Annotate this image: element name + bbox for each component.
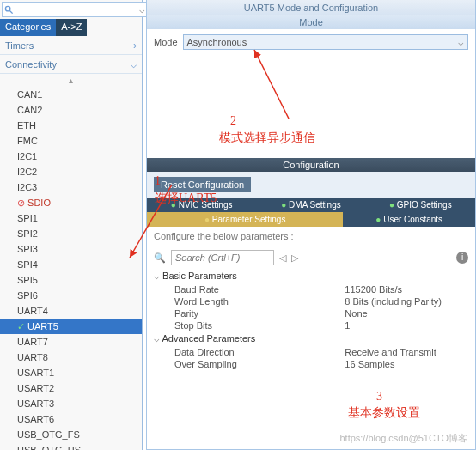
section-connectivity[interactable]: Connectivity⌵ — [0, 55, 142, 74]
mode-value: Asynchronous — [187, 37, 247, 47]
periph-spi3[interactable]: SPI3 — [0, 241, 142, 257]
periph-spi5[interactable]: SPI5 — [0, 272, 142, 288]
group-basic[interactable]: Basic Parameters — [154, 269, 468, 283]
periph-uart7[interactable]: UART7 — [0, 334, 142, 350]
search-input[interactable] — [15, 4, 137, 15]
periph-can1[interactable]: CAN1 — [0, 87, 142, 102]
section-timers[interactable]: Timers› — [0, 36, 142, 55]
periph-otghs[interactable]: USB_OTG_HS — [0, 442, 142, 450]
periph-fmc[interactable]: FMC — [0, 133, 142, 149]
periph-uart5[interactable]: UART5 — [0, 319, 142, 334]
search-icon[interactable]: 🔍 — [154, 252, 166, 264]
pin-icon: ▴ — [0, 74, 142, 87]
config-label: Configure the below parameters : — [147, 227, 475, 246]
param-stop[interactable]: Stop Bits1 — [154, 319, 468, 331]
param-parity[interactable]: ParityNone — [154, 307, 468, 319]
tab-nvic[interactable]: NVIC Settings — [147, 198, 256, 212]
param-filter-input[interactable] — [171, 250, 274, 265]
chevron-down-icon: ⌵ — [131, 58, 137, 70]
panel-title: UART5 Mode and Configuration — [147, 0, 475, 15]
periph-spi4[interactable]: SPI4 — [0, 257, 142, 272]
svg-point-0 — [5, 6, 10, 11]
info-icon[interactable]: i — [456, 252, 468, 264]
periph-sdio[interactable]: SDIO — [0, 195, 142, 210]
periph-spi1[interactable]: SPI1 — [0, 210, 142, 226]
periph-usart3[interactable]: USART3 — [0, 396, 142, 411]
periph-i2c1[interactable]: I2C1 — [0, 149, 142, 164]
periph-uart4[interactable]: UART4 — [0, 303, 142, 319]
param-oversampling[interactable]: Over Sampling16 Samples — [154, 358, 468, 370]
reset-config-button[interactable]: Reset Configuration — [154, 177, 251, 192]
periph-otgfs[interactable]: USB_OTG_FS — [0, 427, 142, 442]
periph-i2c3[interactable]: I2C3 — [0, 179, 142, 195]
periph-spi2[interactable]: SPI2 — [0, 226, 142, 241]
periph-uart8[interactable]: UART8 — [0, 350, 142, 365]
mode-select[interactable]: Asynchronous ⌵ — [183, 34, 468, 50]
peripheral-list: CAN1 CAN2 ETH FMC I2C1 I2C2 I2C3 SDIO SP… — [0, 87, 142, 450]
collapse-icon[interactable]: ◁ — [279, 252, 286, 264]
tab-user-constants[interactable]: User Constants — [343, 212, 475, 227]
tab-dma[interactable]: DMA Settings — [256, 198, 365, 212]
param-direction[interactable]: Data DirectionReceive and Transmit — [154, 346, 468, 358]
tab-categories[interactable]: Categories — [0, 19, 56, 36]
search-box: ⌵ — [2, 2, 149, 17]
param-word[interactable]: Word Length8 Bits (including Parity) — [154, 295, 468, 307]
watermark: https://blog.csdn@51CTO博客 — [339, 432, 467, 445]
periph-eth[interactable]: ETH — [0, 118, 142, 133]
tab-parameter[interactable]: Parameter Settings — [147, 212, 343, 227]
tab-gpio[interactable]: GPIO Settings — [366, 198, 475, 212]
tab-az[interactable]: A->Z — [56, 19, 87, 36]
periph-spi6[interactable]: SPI6 — [0, 288, 142, 303]
periph-i2c2[interactable]: I2C2 — [0, 164, 142, 179]
svg-line-1 — [9, 10, 12, 13]
chevron-right-icon: › — [133, 40, 137, 52]
periph-usart6[interactable]: USART6 — [0, 411, 142, 427]
periph-can2[interactable]: CAN2 — [0, 102, 142, 118]
group-advanced[interactable]: Advanced Parameters — [154, 331, 468, 346]
mode-band: Mode — [147, 15, 475, 29]
param-baud[interactable]: Baud Rate115200 Bits/s — [154, 283, 468, 295]
periph-usart1[interactable]: USART1 — [0, 365, 142, 380]
expand-icon[interactable]: ▷ — [291, 252, 298, 264]
search-icon — [3, 3, 15, 15]
mode-label: Mode — [154, 37, 178, 47]
chevron-down-icon: ⌵ — [458, 37, 464, 48]
periph-usart2[interactable]: USART2 — [0, 380, 142, 396]
config-band: Configuration — [147, 158, 475, 172]
